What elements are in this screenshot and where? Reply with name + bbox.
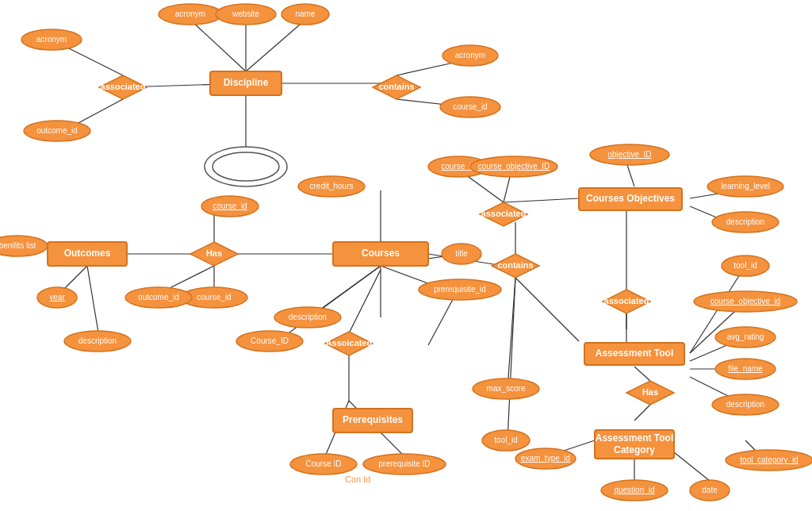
attr-objective-id-label: objective_ID — [607, 150, 651, 159]
attr-course-id-assoicated-label: Course_ID — [251, 336, 289, 345]
svg-line-2 — [246, 20, 305, 71]
courses-label: Courses — [362, 248, 400, 259]
attr-tool-category-id-label: tool_category_id — [740, 455, 798, 464]
courses-objectives-label: Courses Objectives — [586, 193, 675, 204]
svg-line-36 — [515, 278, 579, 341]
attr-course-id-has2-label: course_id — [197, 293, 231, 302]
attr-learning-level-label: learning_level — [721, 182, 770, 190]
outcomes-label: Outcomes — [64, 248, 111, 259]
er-diagram: Discipline Courses Outcomes Prerequisite… — [0, 0, 812, 511]
attr-name-label: name — [295, 10, 315, 18]
attr-course-id-prereq-label: Course ID — [305, 459, 341, 468]
assessment-tool-category-label1: Assessment Tool — [596, 432, 673, 444]
attr-acronym-assoc-label: acronym — [36, 35, 67, 44]
attr-outcome-id-assoc-label: outcome_id — [36, 126, 78, 135]
svg-line-52 — [428, 294, 456, 345]
attr-avg-rating-label: avg_rating — [727, 332, 764, 341]
attr-title-label: title — [455, 249, 468, 258]
prerequisites-label: Prerequisites — [343, 414, 403, 425]
attr-prerequisite-id-label: prerequisite_id — [434, 285, 486, 294]
svg-line-28 — [349, 270, 381, 333]
attr-acronym-discipline-label: acronym — [175, 10, 205, 18]
contains2-label: contains — [497, 260, 533, 270]
attr-website-label: website — [232, 10, 259, 18]
attr-description-obj-label: description — [726, 217, 764, 226]
svg-line-0 — [190, 20, 246, 71]
associated2-label: associated — [481, 209, 527, 218]
attr-tool-id-bottom-label: tool_id — [494, 436, 517, 444]
svg-line-50 — [674, 452, 714, 484]
contains1-label: contains — [378, 82, 414, 91]
attr-description-outcomes-label: description — [79, 336, 117, 345]
con-id-label: Con Id — [345, 474, 370, 484]
attr-course-id-contains-label: course_id — [453, 102, 487, 111]
attr-course-id-has-label: course_id — [213, 202, 247, 210]
has1-label: Has — [206, 248, 222, 258]
svg-line-15 — [278, 266, 381, 341]
attr-description-courses-label: description — [289, 313, 327, 321]
associated1-label: associated — [101, 82, 146, 91]
assessment-tool-category-label2: Category — [614, 444, 655, 455]
svg-line-23 — [87, 266, 99, 337]
attr-acronym-contains-label: acronym — [455, 51, 485, 60]
associated4-label: associated — [604, 296, 649, 305]
svg-line-54 — [508, 278, 515, 440]
has2-label: Has — [642, 387, 658, 397]
attr-description-at-label: description — [726, 400, 764, 409]
svg-line-47 — [634, 405, 650, 421]
attr-year-label: year — [49, 293, 65, 302]
attr-location-label: location — [232, 162, 259, 171]
attr-exam-type-id-label: exam_type_id — [521, 454, 570, 463]
attr-course-objective-id-label: course_objective_ID — [478, 162, 550, 171]
attr-tool-id-assoc4-label: tool_id — [733, 261, 756, 270]
svg-line-32 — [626, 163, 634, 186]
attr-prerequisite-id-prereq-label: prerequisite ID — [378, 459, 430, 468]
svg-line-29 — [504, 198, 579, 202]
attr-question-id-label: question_id — [614, 486, 654, 494]
attr-outcome-id-has-label: outcome_id — [138, 293, 179, 302]
attr-benefits-list-label: benifits list — [0, 241, 36, 250]
svg-line-46 — [634, 367, 650, 381]
associated3-label: Assoicated — [326, 338, 373, 348]
attr-date-label: date — [702, 486, 718, 494]
attr-file-name-label: file_name — [728, 364, 763, 373]
attr-credit-hours-label: credit_hours — [309, 182, 353, 190]
discipline-label: Discipline — [224, 77, 269, 88]
attr-max-score-label: max_score — [487, 384, 526, 393]
attr-course-objective-id-assoc4-label: course_objective_id — [710, 297, 780, 305]
assessment-tool-label: Assessment Tool — [596, 348, 673, 359]
